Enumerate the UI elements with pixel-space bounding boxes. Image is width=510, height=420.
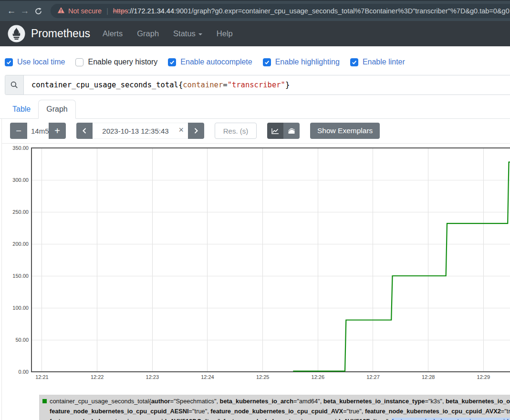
checkbox-checked-icon[interactable] (263, 58, 271, 66)
legend-label-value: ="true", (189, 408, 211, 415)
browser-forward-icon[interactable]: → (18, 6, 31, 16)
legend-label-value: ="Speechmatics", (170, 398, 220, 405)
navbar-links: AlertsGraphStatusHelp (103, 29, 233, 38)
duration-stepper: − + (10, 123, 66, 139)
x-tick-label: 12:25 (256, 374, 270, 380)
chevron-right-icon (193, 127, 199, 134)
legend-label-value: ="true", (501, 408, 510, 415)
x-tick-label: 12:24 (201, 374, 214, 380)
range-input[interactable] (27, 123, 49, 139)
legend-label-name: beta_kubernetes_io_os (446, 398, 510, 405)
legend-label-name: beta_kubernetes_io_arch (220, 398, 293, 405)
legend-selected-text: feature_node_kubernetes_io_cpu_cpuid_AVX… (392, 418, 510, 420)
query-search-button[interactable] (5, 75, 24, 94)
nav-link-alerts[interactable]: Alerts (103, 29, 123, 38)
browser-back-icon[interactable]: ← (5, 6, 18, 16)
legend-label-value: ="k3s", (425, 398, 446, 405)
browser-toolbar: ← → Not secure | https://172.21.34.44:90… (0, 0, 510, 21)
search-icon (10, 81, 19, 89)
x-tick-label: 12:28 (422, 374, 435, 380)
legend-label-value: ="true", (343, 408, 365, 415)
option-use-local-time[interactable]: Use local time (5, 58, 65, 66)
y-tick-label: 100.00 (12, 305, 29, 311)
stacked-chart-button[interactable] (283, 123, 300, 139)
not-secure-warning-icon (57, 7, 65, 16)
chevron-left-icon (82, 127, 87, 134)
legend-label-name: feature_node_kubernetes_io_cpu_cpuid_AVX… (50, 418, 201, 420)
checkbox-checked-icon[interactable] (5, 58, 13, 66)
nav-link-status[interactable]: Status (173, 29, 202, 38)
y-tick-label: 50.00 (15, 337, 29, 343)
legend-label-name: feature_node_kubernetes_io_cpu_cpuid_AVX (210, 408, 343, 415)
legend-label-name: feature_node_kubernetes_io_cpu_cpuid_AVX… (223, 418, 370, 420)
legend-metric-name: container_cpu_usage_seconds_total{ (50, 398, 151, 405)
clear-time-icon[interactable]: × (178, 125, 184, 135)
datetime-picker: × (76, 123, 204, 139)
chart-type-toggle (267, 123, 300, 139)
option-enable-linter[interactable]: Enable linter (350, 58, 405, 66)
line-chart-icon (271, 127, 280, 135)
query-token-string: "transcriber" (228, 81, 285, 89)
y-tick-label: 250.00 (12, 209, 29, 215)
y-tick-label: 0.00 (19, 369, 29, 375)
y-tick-label: 200.00 (12, 241, 29, 247)
legend-label-name: beta_kubernetes_io_instance_type (323, 398, 425, 405)
show-exemplars-button[interactable]: Show Exemplars (310, 123, 380, 139)
tab-graph[interactable]: Graph (38, 100, 75, 119)
legend-label-value: ="true", (370, 418, 392, 420)
x-tick-label: 12:22 (91, 374, 104, 380)
option-label: Use local time (17, 58, 65, 66)
legend-label-name: feature_node_kubernetes_io_cpu_cpuid_AES… (50, 408, 189, 415)
y-tick-label: 350.00 (12, 145, 29, 151)
prometheus-logo-icon[interactable] (8, 25, 25, 42)
checkbox-checked-icon[interactable] (350, 58, 358, 66)
panel-tabs: Table Graph (0, 99, 510, 119)
option-label: Enable query history (88, 58, 157, 66)
url-path: :9001/graph?g0.expr=container_cpu_usage_… (174, 7, 510, 15)
legend-label-value: ="amd64", (293, 398, 323, 405)
query-token-label: container (183, 81, 223, 89)
legend-line: feature_node_kubernetes_io_cpu_cpuid_AES… (39, 406, 510, 416)
decrease-range-button[interactable]: − (10, 123, 27, 139)
next-time-button[interactable] (188, 123, 204, 139)
option-enable-query-history[interactable]: Enable query history (75, 58, 157, 66)
legend-block: container_cpu_usage_seconds_total{author… (39, 395, 510, 420)
option-label: Enable linter (363, 58, 405, 66)
stacked-chart-icon (287, 127, 296, 135)
x-tick-label: 12:21 (35, 374, 49, 380)
option-enable-autocomplete[interactable]: Enable autocomplete (168, 58, 252, 66)
chart-area[interactable]: 0.0050.00100.00150.00200.00250.00300.003… (2, 144, 510, 384)
line-chart-button[interactable] (267, 123, 283, 139)
graph-panel: − + × (1, 119, 510, 420)
resolution-input[interactable] (215, 123, 257, 139)
legend-line: feature_node_kubernetes_io_cpu_cpuid_AVX… (39, 416, 510, 420)
option-label: Enable autocomplete (180, 58, 252, 66)
checkbox-unchecked-icon[interactable] (75, 58, 83, 66)
address-bar[interactable]: Not secure | https://172.21.34.44:9001/g… (51, 4, 510, 18)
query-row: container_cpu_usage_seconds_total{contai… (5, 75, 510, 95)
tab-table[interactable]: Table (5, 100, 38, 118)
legend-line: container_cpu_usage_seconds_total{author… (39, 396, 510, 406)
previous-time-button[interactable] (76, 123, 93, 139)
checkbox-checked-icon[interactable] (168, 58, 176, 66)
brand-prometheus[interactable]: Prometheus (31, 27, 90, 40)
increase-range-button[interactable]: + (49, 123, 66, 139)
browser-reload-icon[interactable] (31, 7, 45, 15)
y-tick-label: 150.00 (12, 273, 29, 279)
omnibox-divider: | (106, 7, 108, 15)
query-expression-input[interactable]: container_cpu_usage_seconds_total{contai… (24, 75, 510, 94)
legend-label-name: feature_node_kubernetes_io_cpu_cpuid_AVX… (365, 408, 501, 415)
cpu-usage-chart[interactable]: 0.0050.00100.00150.00200.00250.00300.003… (2, 144, 510, 384)
option-label: Enable highlighting (275, 58, 340, 66)
nav-link-graph[interactable]: Graph (137, 29, 159, 38)
legend-item[interactable]: container_cpu_usage_seconds_total{author… (39, 395, 510, 420)
options-row: Use local timeEnable query historyEnable… (0, 46, 510, 70)
prometheus-navbar: Prometheus AlertsGraphStatusHelp (0, 21, 510, 46)
x-tick-label: 12:29 (477, 374, 490, 380)
end-time-input[interactable] (93, 123, 188, 138)
nav-link-help[interactable]: Help (217, 29, 233, 38)
y-tick-label: 300.00 (12, 177, 29, 183)
query-token-metric: container_cpu_usage_seconds_total{ (31, 81, 183, 89)
caret-down-icon (198, 33, 202, 35)
option-enable-highlighting[interactable]: Enable highlighting (263, 58, 340, 66)
